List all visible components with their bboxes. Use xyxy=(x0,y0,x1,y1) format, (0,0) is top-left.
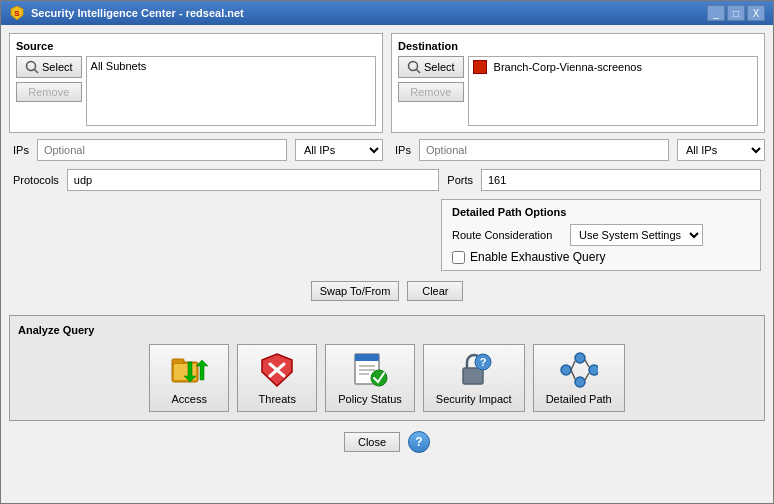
swap-clear-row: Swap To/From Clear xyxy=(9,281,765,301)
svg-point-23 xyxy=(561,365,571,375)
svg-point-25 xyxy=(575,377,585,387)
source-label: Source xyxy=(16,40,376,52)
main-content: Source Select Remove xyxy=(1,25,773,503)
ports-label: Ports xyxy=(447,174,473,186)
analyze-buttons-row: Access Threats xyxy=(18,344,756,412)
policy-status-button[interactable]: Policy Status xyxy=(325,344,415,412)
destination-remove-button[interactable]: Remove xyxy=(398,82,464,102)
select-icon xyxy=(407,60,421,74)
destination-label: Destination xyxy=(398,40,758,52)
detailed-path-button[interactable]: Detailed Path xyxy=(533,344,625,412)
svg-point-26 xyxy=(589,365,598,375)
main-window: S Security Intelligence Center - redseal… xyxy=(0,0,774,504)
device-icon xyxy=(473,60,487,74)
svg-line-5 xyxy=(416,69,420,73)
destination-content-row: Select Remove Branch-Corp-Vienna-screeno… xyxy=(398,56,758,126)
detailed-path-title: Detailed Path Options xyxy=(452,206,750,218)
svg-text:?: ? xyxy=(479,356,486,368)
clear-button[interactable]: Clear xyxy=(407,281,463,301)
source-button-col: Select Remove xyxy=(16,56,82,102)
bottom-row: Close ? xyxy=(9,427,765,457)
source-ips-row: IPs All IPs Specific IPs xyxy=(9,139,383,161)
destination-ips-dropdown[interactable]: All IPs Specific IPs xyxy=(677,139,765,161)
source-ips-label: IPs xyxy=(13,144,29,156)
svg-rect-7 xyxy=(172,359,184,364)
destination-panel: Destination Select Remove xyxy=(391,33,765,133)
access-label: Access xyxy=(172,393,207,405)
svg-line-29 xyxy=(585,360,589,367)
maximize-button[interactable]: □ xyxy=(727,5,745,21)
minimize-button[interactable]: _ xyxy=(707,5,725,21)
app-icon: S xyxy=(9,5,25,21)
source-destination-row: Source Select Remove xyxy=(9,33,765,133)
threats-icon xyxy=(257,351,297,389)
access-icon xyxy=(169,351,209,389)
exhaustive-query-label: Enable Exhaustive Query xyxy=(470,250,605,264)
source-ips-input[interactable] xyxy=(37,139,287,161)
protocols-label: Protocols xyxy=(13,174,59,186)
svg-rect-20 xyxy=(463,368,483,384)
destination-select-button[interactable]: Select xyxy=(398,56,464,78)
help-button[interactable]: ? xyxy=(408,431,430,453)
exhaustive-query-checkbox[interactable] xyxy=(452,251,465,264)
source-remove-button[interactable]: Remove xyxy=(16,82,82,102)
path-icon xyxy=(559,351,599,389)
svg-line-30 xyxy=(585,373,589,380)
ips-row: IPs All IPs Specific IPs IPs All IPs Spe… xyxy=(9,139,765,161)
svg-line-27 xyxy=(571,361,575,370)
title-controls: _ □ X xyxy=(707,5,765,21)
title-bar: S Security Intelligence Center - redseal… xyxy=(1,1,773,25)
title-bar-left: S Security Intelligence Center - redseal… xyxy=(9,5,244,21)
exhaustive-query-row: Enable Exhaustive Query xyxy=(452,250,750,264)
security-impact-label: Security Impact xyxy=(436,393,512,405)
source-ips-dropdown[interactable]: All IPs Specific IPs xyxy=(295,139,383,161)
svg-rect-15 xyxy=(355,354,379,361)
access-button[interactable]: Access xyxy=(149,344,229,412)
threats-label: Threats xyxy=(259,393,296,405)
destination-ips-row: IPs All IPs Specific IPs xyxy=(391,139,765,161)
proto-ports-row: Protocols Ports xyxy=(9,167,765,193)
svg-line-28 xyxy=(571,370,575,379)
detailed-options-container: Detailed Path Options Route Consideratio… xyxy=(9,199,765,271)
route-consideration-dropdown[interactable]: Use System Settings Include All Routes B… xyxy=(570,224,703,246)
policy-icon xyxy=(350,351,390,389)
close-button[interactable]: Close xyxy=(344,432,400,452)
destination-ips-input[interactable] xyxy=(419,139,669,161)
destination-button-col: Select Remove xyxy=(398,56,464,102)
source-content-row: Select Remove All Subnets xyxy=(16,56,376,126)
threats-button[interactable]: Threats xyxy=(237,344,317,412)
svg-point-24 xyxy=(575,353,585,363)
analyze-query-title: Analyze Query xyxy=(18,324,756,336)
destination-list[interactable]: Branch-Corp-Vienna-screenos xyxy=(468,56,758,126)
ports-input[interactable] xyxy=(481,169,761,191)
source-panel: Source Select Remove xyxy=(9,33,383,133)
security-impact-button[interactable]: ? Security Impact xyxy=(423,344,525,412)
detailed-path-options: Detailed Path Options Route Consideratio… xyxy=(441,199,761,271)
window-title: Security Intelligence Center - redseal.n… xyxy=(31,7,244,19)
list-item: Branch-Corp-Vienna-screenos xyxy=(473,59,753,75)
route-consideration-label: Route Consideration xyxy=(452,229,562,241)
source-list[interactable]: All Subnets xyxy=(86,56,376,126)
svg-text:S: S xyxy=(14,9,20,18)
svg-line-3 xyxy=(34,69,38,73)
security-icon: ? xyxy=(454,351,494,389)
source-select-button[interactable]: Select xyxy=(16,56,82,78)
policy-status-label: Policy Status xyxy=(338,393,402,405)
route-consideration-row: Route Consideration Use System Settings … xyxy=(452,224,750,246)
destination-ips-label: IPs xyxy=(395,144,411,156)
close-button[interactable]: X xyxy=(747,5,765,21)
protocols-input[interactable] xyxy=(67,169,439,191)
select-icon xyxy=(25,60,39,74)
list-item: All Subnets xyxy=(91,59,371,73)
swap-button[interactable]: Swap To/From xyxy=(311,281,400,301)
analyze-query-section: Analyze Query xyxy=(9,315,765,421)
detailed-path-label: Detailed Path xyxy=(546,393,612,405)
